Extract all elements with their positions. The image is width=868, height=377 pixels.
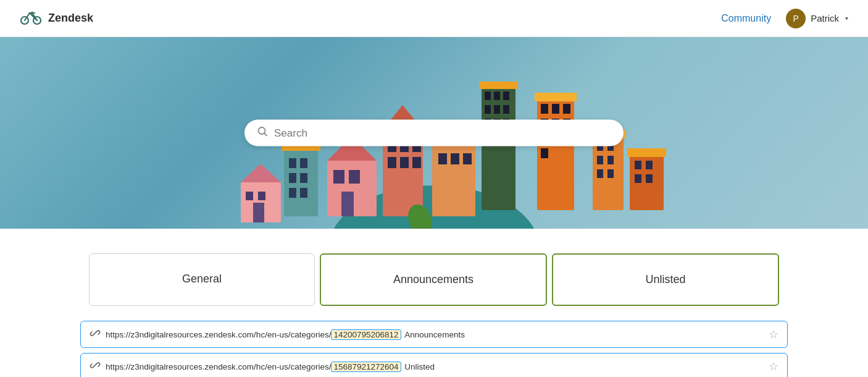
svg-rect-6	[494, 91, 500, 100]
svg-rect-42	[400, 157, 409, 168]
card-unlisted[interactable]: Unlisted	[552, 253, 779, 306]
svg-point-62	[404, 201, 436, 229]
svg-rect-50	[289, 158, 296, 168]
svg-rect-20	[552, 104, 559, 114]
card-announcements[interactable]: Announcements	[320, 253, 547, 306]
svg-rect-27	[541, 148, 548, 158]
svg-rect-33	[341, 192, 354, 216]
svg-rect-49	[284, 148, 318, 216]
star-icon-1[interactable]: ☆	[769, 328, 778, 341]
hero-search-wrap	[244, 120, 624, 146]
logo-text: Zendesk	[48, 12, 93, 25]
svg-rect-66	[597, 156, 603, 164]
url-id-highlight-1: 14200795206812	[331, 329, 401, 340]
svg-rect-71	[630, 155, 664, 210]
svg-rect-9	[494, 105, 500, 114]
user-name: Patrick	[811, 13, 839, 23]
svg-rect-31	[333, 170, 344, 184]
svg-rect-5	[485, 91, 491, 100]
svg-rect-67	[607, 156, 614, 164]
svg-rect-76	[627, 148, 666, 157]
svg-point-2	[31, 12, 33, 14]
hero-banner	[0, 37, 868, 229]
svg-rect-54	[289, 188, 296, 198]
avatar-initials: P	[793, 14, 798, 23]
link-icon-2	[90, 360, 101, 373]
svg-rect-61	[253, 203, 264, 222]
header-left: Zendesk	[20, 8, 93, 28]
url-id-highlight-2: 15687921272604	[331, 362, 401, 372]
svg-rect-10	[503, 105, 509, 114]
search-bar	[244, 120, 624, 146]
svg-rect-68	[597, 169, 603, 178]
chevron-down-icon: ▾	[845, 15, 848, 22]
header-right: Community P Patrick ▾	[721, 9, 848, 28]
card-general[interactable]: General	[89, 253, 315, 306]
url-section: https://z3ndigitalresources.zendesk.com/…	[0, 321, 868, 377]
svg-rect-51	[300, 158, 307, 168]
svg-rect-55	[300, 188, 307, 198]
user-menu[interactable]: P Patrick ▾	[786, 9, 848, 28]
svg-rect-32	[349, 170, 360, 184]
url-text-2: https://z3ndigitalresources.zendesk.com/…	[106, 362, 764, 371]
svg-rect-60	[258, 192, 265, 200]
svg-rect-73	[646, 161, 653, 169]
community-link[interactable]: Community	[721, 13, 771, 24]
svg-rect-75	[646, 174, 653, 183]
link-icon-1	[90, 328, 101, 341]
svg-rect-47	[451, 153, 459, 164]
svg-rect-74	[635, 174, 641, 183]
svg-rect-41	[388, 157, 396, 168]
svg-rect-8	[485, 105, 491, 114]
svg-rect-21	[563, 104, 570, 114]
cards-section: General Announcements Unlisted	[0, 229, 868, 318]
svg-rect-29	[327, 161, 377, 216]
avatar: P	[786, 9, 806, 28]
svg-point-77	[259, 127, 265, 134]
svg-rect-28	[535, 93, 577, 101]
search-icon	[257, 126, 268, 140]
star-icon-2[interactable]: ☆	[769, 360, 778, 373]
svg-rect-7	[503, 91, 509, 100]
search-input[interactable]	[274, 127, 611, 139]
svg-rect-52	[289, 173, 296, 183]
svg-rect-63	[593, 136, 624, 210]
svg-rect-43	[412, 157, 421, 168]
svg-marker-58	[241, 164, 281, 182]
url-text-1: https://z3ndigitalresources.zendesk.com/…	[106, 330, 764, 339]
url-row-2[interactable]: https://z3ndigitalresources.zendesk.com/…	[80, 353, 788, 377]
header: Zendesk Community P Patrick ▾	[0, 0, 868, 37]
svg-rect-18	[537, 99, 574, 210]
logo-icon	[20, 8, 42, 28]
svg-line-78	[265, 133, 267, 136]
svg-rect-53	[300, 173, 307, 183]
svg-rect-57	[241, 182, 281, 222]
svg-rect-48	[463, 153, 472, 164]
svg-rect-4	[482, 87, 515, 210]
svg-rect-69	[607, 169, 614, 178]
svg-rect-17	[479, 82, 518, 89]
svg-rect-59	[246, 192, 253, 200]
svg-point-3	[329, 185, 539, 229]
svg-rect-72	[635, 161, 641, 169]
svg-rect-46	[438, 153, 447, 164]
svg-rect-19	[541, 104, 548, 114]
svg-rect-44	[432, 142, 475, 216]
url-row-1[interactable]: https://z3ndigitalresources.zendesk.com/…	[80, 321, 788, 348]
